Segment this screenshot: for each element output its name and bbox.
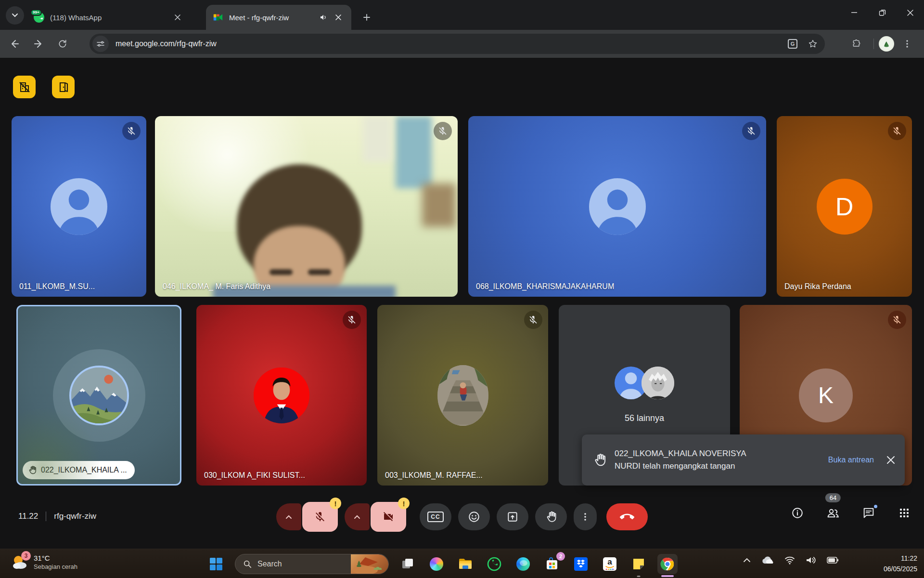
weather-condition: Sebagian cerah bbox=[34, 563, 77, 570]
sticky-notes-button[interactable] bbox=[629, 554, 649, 574]
window-controls bbox=[840, 0, 924, 25]
raised-hand-icon bbox=[592, 453, 607, 467]
captions-button[interactable]: CC bbox=[420, 503, 451, 530]
translate-icon[interactable]: G bbox=[784, 36, 801, 52]
tab-whatsapp[interactable]: 99+ (118) WhatsApp bbox=[27, 5, 191, 30]
tab-meet-title: Meet - rfg-qwfr-ziw bbox=[229, 13, 320, 22]
tab-whatsapp-close-icon[interactable] bbox=[171, 11, 184, 24]
tab-audio-icon[interactable] bbox=[320, 13, 327, 21]
participant-tile[interactable]: 003_ILKOMB_M. RAFFAE... bbox=[377, 305, 548, 486]
toast-line1: 022_ILKOMA_KHAILA NOVERISYA bbox=[615, 447, 828, 460]
participant-tile[interactable]: 068_ILKOMB_KHARISMAJAKAHARUM bbox=[468, 116, 766, 297]
participant-name: 022_ILKOMA_KHAILA ... bbox=[41, 466, 127, 474]
mic-options-button[interactable] bbox=[276, 503, 301, 530]
toast-line2: NURDI telah mengangkat tangan bbox=[615, 460, 828, 473]
taskbar-search-box[interactable]: Search bbox=[235, 554, 389, 574]
window-restore-button[interactable] bbox=[868, 0, 896, 25]
browser-tab-strip: 99+ (118) WhatsApp Meet - rfg-qwfr-ziw bbox=[0, 0, 924, 30]
camera-options-button[interactable] bbox=[345, 503, 370, 530]
participant-tile[interactable]: D Dayu Rika Perdana bbox=[777, 116, 912, 297]
start-button[interactable] bbox=[206, 554, 226, 574]
forward-button[interactable] bbox=[29, 34, 48, 53]
new-tab-button[interactable] bbox=[359, 10, 374, 25]
toast-close-icon[interactable] bbox=[886, 456, 895, 464]
site-info-icon[interactable] bbox=[92, 36, 109, 52]
activities-button[interactable] bbox=[897, 506, 911, 520]
participant-tile[interactable]: 030_ILKOM A_FIKI SULIST... bbox=[196, 305, 367, 486]
chat-panel-button[interactable] bbox=[861, 506, 876, 520]
whatsapp-button[interactable] bbox=[484, 554, 504, 574]
battery-icon[interactable] bbox=[827, 557, 838, 564]
more-options-button[interactable] bbox=[574, 503, 597, 530]
mic-off-icon bbox=[314, 511, 326, 523]
extensions-icon[interactable] bbox=[848, 36, 865, 52]
window-close-button[interactable] bbox=[896, 0, 924, 25]
reload-button[interactable] bbox=[53, 34, 72, 53]
reactions-button[interactable] bbox=[458, 503, 490, 530]
taskbar-clock[interactable]: 11:22 06/05/2025 bbox=[884, 553, 917, 574]
edge-button[interactable] bbox=[513, 554, 533, 574]
tab-meet[interactable]: Meet - rfg-qwfr-ziw bbox=[206, 5, 351, 30]
meeting-details-button[interactable] bbox=[790, 506, 805, 520]
back-button[interactable] bbox=[5, 34, 24, 53]
file-explorer-button[interactable] bbox=[455, 554, 475, 574]
file-explorer-icon bbox=[458, 557, 473, 571]
microsoft-store-button[interactable]: 2 bbox=[542, 554, 562, 574]
participant-tile-video[interactable]: 046_ILKOMA_ M. Faris Adithya bbox=[155, 116, 458, 297]
url-text[interactable]: meet.google.com/rfg-qwfr-ziw bbox=[116, 39, 784, 48]
end-call-icon bbox=[620, 510, 634, 524]
task-view-button[interactable] bbox=[398, 554, 418, 574]
dropbox-button[interactable] bbox=[571, 554, 591, 574]
window-minimize-button[interactable] bbox=[840, 0, 868, 25]
tab-search-button[interactable] bbox=[6, 6, 24, 25]
bookmark-star-icon[interactable] bbox=[805, 36, 821, 52]
toolbar-divider bbox=[873, 39, 874, 49]
photo-avatar-steps bbox=[437, 365, 488, 426]
end-call-button[interactable] bbox=[606, 503, 648, 530]
whatsapp-unread-badge: 99+ bbox=[30, 9, 42, 16]
amazon-icon: a bbox=[603, 557, 616, 571]
participant-name: 003_ILKOMB_M. RAFFAE... bbox=[385, 471, 483, 480]
profile-avatar[interactable] bbox=[879, 36, 894, 52]
divider bbox=[46, 512, 46, 521]
tab-meet-close-icon[interactable] bbox=[332, 11, 345, 24]
open-queue-link[interactable]: Buka antrean bbox=[828, 456, 874, 464]
amazon-button[interactable]: a bbox=[600, 554, 620, 574]
photo-avatar-portrait bbox=[254, 368, 309, 423]
cc-icon: CC bbox=[427, 512, 443, 522]
weather-widget[interactable]: 3 31°C Sebagian cerah bbox=[11, 553, 77, 571]
companion-building-button[interactable] bbox=[13, 76, 36, 98]
volume-icon[interactable] bbox=[806, 556, 816, 565]
participant-tile[interactable]: 011_ILKOMB_M.SU... bbox=[12, 116, 146, 297]
weather-temp: 31°C bbox=[34, 554, 77, 562]
address-bar[interactable]: meet.google.com/rfg-qwfr-ziw G bbox=[90, 34, 825, 54]
toolbar-right bbox=[848, 34, 919, 54]
chrome-button[interactable] bbox=[657, 554, 678, 574]
camera-warning-badge: ! bbox=[398, 498, 410, 509]
meeting-clock: 11.22 bbox=[18, 512, 38, 521]
meeting-info: 11.22 rfg-qwfr-ziw bbox=[18, 506, 96, 527]
meeting-code: rfg-qwfr-ziw bbox=[54, 512, 96, 521]
raise-hand-button[interactable] bbox=[535, 503, 567, 530]
letter-avatar: K bbox=[799, 368, 853, 422]
participant-tile-hand-raised[interactable]: 022_ILKOMA_KHAILA ... bbox=[16, 305, 181, 486]
background-object bbox=[363, 116, 392, 162]
present-screen-button[interactable] bbox=[497, 503, 528, 530]
system-tray bbox=[743, 556, 838, 565]
people-icon bbox=[826, 506, 840, 520]
browser-menu-icon[interactable] bbox=[899, 36, 915, 52]
dropbox-icon bbox=[574, 557, 588, 571]
search-highlight-image[interactable] bbox=[351, 554, 388, 574]
copilot-button[interactable] bbox=[426, 554, 447, 574]
google-meet-favicon bbox=[213, 12, 223, 23]
tray-chevron-icon[interactable] bbox=[743, 557, 751, 563]
leave-room-button[interactable] bbox=[52, 76, 75, 98]
more-participants-label: 56 lainnya bbox=[559, 413, 730, 423]
wifi-icon[interactable] bbox=[784, 556, 795, 565]
onedrive-icon[interactable] bbox=[761, 556, 774, 565]
toast-message: 022_ILKOMA_KHAILA NOVERISYA NURDI telah … bbox=[615, 447, 828, 473]
windows-logo-icon bbox=[209, 557, 223, 571]
search-placeholder: Search bbox=[257, 560, 282, 568]
people-panel-button[interactable]: 64 bbox=[826, 506, 840, 520]
whatsapp-icon bbox=[487, 557, 501, 571]
